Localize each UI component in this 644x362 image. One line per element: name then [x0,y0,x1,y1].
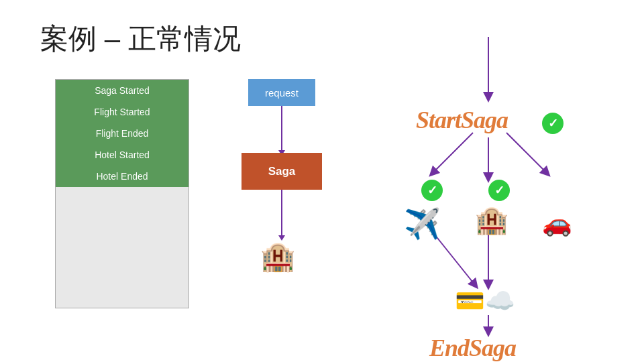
arrow-saga-to-hotel [281,190,282,237]
start-saga-label: StartSaga [416,106,508,134]
check-hotel: ✓ [488,180,510,201]
svg-line-5 [435,235,475,285]
event-list: Saga Started Flight Started Flight Ended… [55,79,189,308]
event-hotel-started: Hotel Started [56,144,189,166]
request-box: request [248,79,315,106]
saga-box: Saga [241,153,322,190]
event-flight-started: Flight Started [56,101,189,123]
hotel-icon-right: 🏨 [475,204,508,236]
right-diagram: StartSaga ✓ ✓ ✓ ✈️ 🏨 🚗 💳☁️ EndSaga [376,34,631,362]
cards-icon: 💳☁️ [455,287,515,315]
hotel-icon-mid: 🏨 [260,240,295,273]
event-list-empty [56,187,189,308]
event-hotel-ended: Hotel Ended [56,166,189,187]
arrow-request-to-saga [281,106,282,152]
plane-icon: ✈️ [404,206,441,241]
event-flight-ended: Flight Ended [56,123,189,144]
svg-line-3 [506,133,547,173]
svg-line-2 [433,133,473,173]
end-saga-label: EndSaga [429,334,516,362]
car-icon: 🚗 [542,209,572,237]
event-saga-started: Saga Started [56,80,189,101]
page-title: 案例 – 正常情况 [40,20,241,58]
check-startsaga: ✓ [542,113,564,134]
check-flight: ✓ [421,180,443,201]
